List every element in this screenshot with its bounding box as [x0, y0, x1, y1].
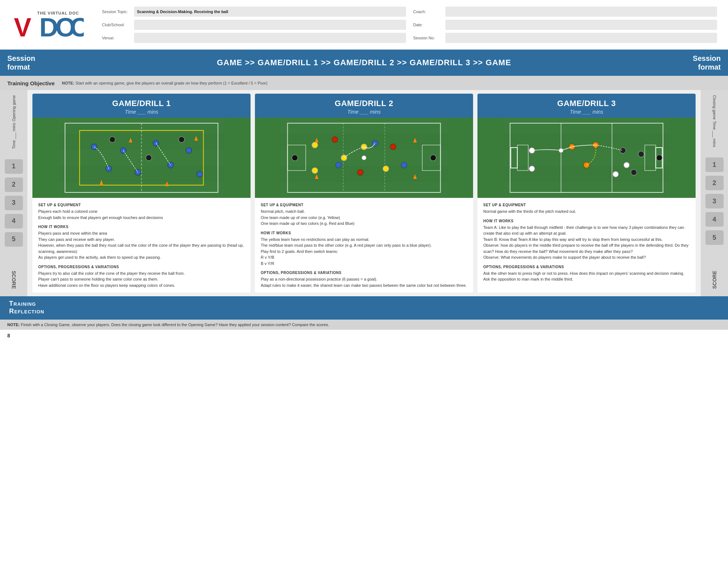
session-no-value — [445, 33, 717, 43]
left-num-3: 3 — [5, 196, 23, 210]
right-score-label: SCORE — [712, 271, 717, 289]
right-score-section: SCORE — [712, 271, 717, 293]
left-nums-section: 1 2 3 4 5 — [5, 159, 23, 268]
club-value — [134, 20, 406, 30]
drill-1-column: GAME/DRILL 1 Time ___ mins — [32, 94, 251, 293]
left-num-2: 2 — [5, 177, 23, 192]
drill-3-how-body: Team A: Like to play the ball through mi… — [483, 224, 690, 261]
drill-3-body: SET UP & EQUIPMENT Normal game with the … — [477, 198, 696, 293]
drill-3-title: GAME/DRILL 3 — [481, 99, 692, 108]
drill-2-setup-body: Normal pitch, match ball.One team made u… — [261, 208, 467, 227]
drill-2-setup-title: SET UP & EQUIPMENT — [261, 202, 467, 208]
drill-3-field — [477, 118, 696, 198]
closing-game-label: Closing game — [712, 95, 717, 120]
session-flow-text: GAME >> GAME/DRILL 1 >> GAME/DRILL 2 >> … — [55, 58, 673, 67]
svg-point-74 — [613, 171, 619, 177]
drill-1-setup-body: Players each hold a colored coneEnough b… — [38, 208, 245, 220]
club-label: Club/School: — [102, 23, 131, 27]
right-num-5: 5 — [705, 230, 724, 245]
svg-point-46 — [401, 162, 407, 168]
page-number: 8 — [0, 330, 728, 341]
drill-3-options-body: Ask the other team to press high or not … — [483, 270, 690, 282]
page-header: THE VIRTUAL DOC V D O C Session Topic: S… — [0, 0, 728, 50]
right-num-2: 2 — [705, 176, 724, 190]
right-side-top: Closing game Time ___ mins — [712, 94, 717, 147]
club-row: Club/School: — [102, 20, 406, 30]
logo-area: THE VIRTUAL DOC V D O C — [11, 8, 91, 42]
training-reflection-bar: TrainingReflection — [0, 296, 728, 320]
svg-point-72 — [638, 151, 644, 157]
venue-row: Venue: — [102, 33, 406, 43]
reflection-note-bold: NOTE: — [7, 322, 20, 327]
svg-point-43 — [390, 144, 396, 150]
date-label: Date: — [413, 23, 442, 27]
svg-point-41 — [332, 137, 338, 142]
drill-2-options-body: Play as a non-directional possession pra… — [261, 276, 467, 288]
svg-point-48 — [430, 155, 436, 161]
drill-2-time: Time ___ mins — [259, 109, 469, 115]
opening-time-label: Time ___ mins — [12, 123, 16, 149]
left-num-1: 1 — [5, 159, 23, 174]
session-topic-row: Session Topic: Scanning & Decision-Makin… — [102, 7, 406, 17]
svg-point-47 — [292, 155, 298, 161]
coach-row: Coach: — [413, 7, 717, 17]
venue-value — [134, 33, 406, 43]
venue-label: Venue: — [102, 36, 131, 40]
svg-point-75 — [657, 155, 662, 161]
svg-point-18 — [186, 148, 192, 153]
svg-point-71 — [631, 169, 637, 175]
svg-point-73 — [624, 162, 630, 168]
session-format-right-label: Sessionformat — [673, 54, 721, 71]
left-score-label: SCORE — [11, 271, 17, 289]
svg-point-40 — [383, 166, 389, 172]
drill-3-options-title: OPTIONS, PROGRESSIONS & VARIATIONS — [483, 264, 690, 270]
training-objective-label: Training Objective — [7, 79, 55, 86]
drill-3-setup-title: SET UP & EQUIPMENT — [483, 202, 690, 208]
right-num-3: 3 — [705, 194, 724, 208]
left-num-5: 5 — [5, 232, 23, 247]
svg-rect-30 — [280, 182, 448, 198]
drill-2-field — [255, 118, 473, 198]
left-num-4: 4 — [5, 214, 23, 228]
right-num-1: 1 — [705, 157, 724, 172]
drill-2-column: GAME/DRILL 2 Time ___ mins — [255, 94, 473, 293]
svg-point-22 — [179, 137, 185, 142]
drill-3-how-title: HOW IT WORKS — [483, 218, 690, 224]
drill-3-column: GAME/DRILL 3 Time ___ mins — [477, 94, 696, 293]
drill-1-how-title: HOW IT WORKS — [38, 224, 245, 230]
svg-rect-28 — [280, 118, 448, 134]
svg-point-19 — [197, 171, 203, 177]
coach-value — [445, 7, 717, 17]
svg-text:V: V — [14, 13, 31, 41]
drill-1-field-svg — [32, 118, 251, 198]
svg-point-36 — [312, 142, 318, 148]
svg-rect-57 — [503, 182, 670, 198]
reflection-note-text: Finish with a Closing Game, observe your… — [20, 322, 329, 327]
drill-2-header: GAME/DRILL 2 Time ___ mins — [255, 94, 473, 118]
training-objective-note: NOTE: Start with an opening game, give t… — [62, 79, 267, 85]
left-side-top: Opening game Time ___ mins — [12, 94, 16, 149]
date-row: Date: — [413, 20, 717, 30]
drill-1-field — [32, 118, 251, 198]
main-content: Opening game Time ___ mins 1 2 3 4 5 SCO… — [0, 90, 728, 296]
drill-2-body: SET UP & EQUIPMENT Normal pitch, match b… — [255, 198, 473, 293]
session-no-row: Session No: — [413, 33, 717, 43]
svg-text:C: C — [70, 13, 84, 41]
session-no-label: Session No: — [413, 36, 442, 40]
drill-2-title: GAME/DRILL 2 — [259, 99, 469, 108]
drill-3-header: GAME/DRILL 3 Time ___ mins — [477, 94, 696, 118]
reflection-note-row: NOTE: Finish with a Closing Game, observ… — [0, 320, 728, 330]
drill-1-time: Time ___ mins — [36, 109, 247, 115]
left-side-column: Opening game Time ___ mins 1 2 3 4 5 SCO… — [0, 90, 27, 296]
drill-2-field-svg — [255, 118, 473, 198]
drill-2-how-body: The yellow team have no restrictions and… — [261, 236, 467, 267]
vdoc-logo: THE VIRTUAL DOC V D O C — [11, 8, 84, 41]
svg-rect-55 — [503, 118, 670, 134]
drill-3-setup-body: Normal game with the thirds of the pitch… — [483, 208, 690, 215]
left-score-section: SCORE — [11, 271, 17, 293]
drill-1-options-title: OPTIONS, PROGRESSIONS & VARIATIONS — [38, 264, 245, 270]
header-form-fields: Session Topic: Scanning & Decision-Makin… — [102, 7, 717, 43]
session-format-bar: Sessionformat GAME >> GAME/DRILL 1 >> GA… — [0, 50, 728, 76]
right-num-4: 4 — [705, 212, 724, 227]
svg-point-42 — [358, 169, 363, 175]
